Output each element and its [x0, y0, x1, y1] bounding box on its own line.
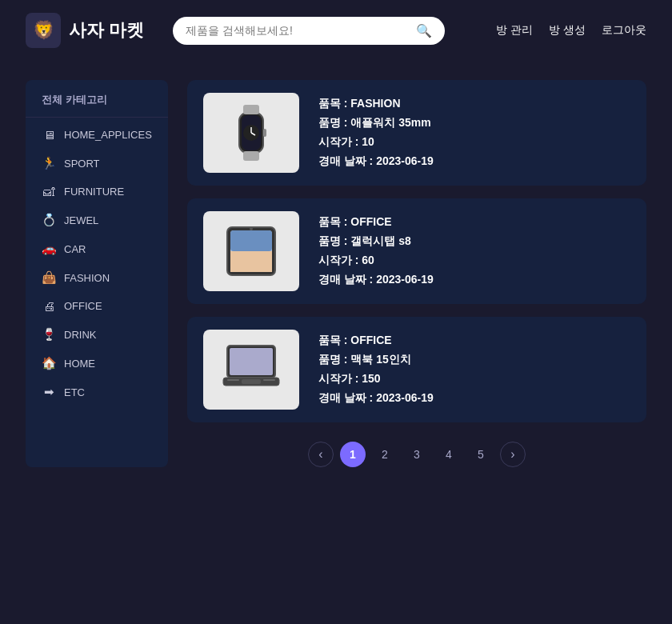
svg-rect-11 [230, 251, 272, 272]
product-price-2: 시작가 : 60 [318, 254, 434, 268]
product-card-2[interactable]: 품목 : OFFICE 품명 : 갤럭시탭 s8 시작가 : 60 경매 날짜 … [187, 198, 646, 304]
sidebar-item-drink[interactable]: 🍷 DRINK [26, 320, 168, 349]
svg-rect-2 [243, 105, 259, 114]
sidebar-label-home: HOME [64, 358, 95, 370]
logo-icon: 🦁 [26, 13, 61, 48]
pagination: ‹ 1 2 3 4 5 › [187, 442, 646, 467]
sidebar-item-etc[interactable]: ➡ ETC [26, 378, 168, 406]
sidebar-item-furniture[interactable]: 🛋 FURNITURE [26, 178, 168, 206]
header: 🦁 사자 마켓 🔍 방 관리 방 생성 로그아웃 [0, 0, 672, 61]
page-button-2[interactable]: 2 [372, 442, 398, 467]
product-info-3: 품목 : OFFICE 품명 : 맥북 15인치 시작가 : 150 경매 날짜… [318, 334, 434, 406]
sidebar-label-fashion: FASHION [64, 272, 110, 284]
product-price-1: 시작가 : 10 [318, 135, 434, 150]
nav-logout[interactable]: 로그아웃 [602, 23, 646, 38]
nav-room-create[interactable]: 방 생성 [549, 23, 586, 38]
svg-point-12 [250, 227, 253, 230]
sidebar-item-sport[interactable]: 🏃 SPORT [26, 149, 168, 178]
tablet-svg [219, 219, 283, 283]
furniture-icon: 🛋 [42, 185, 56, 198]
sidebar-label-etc: ETC [64, 386, 85, 398]
product-card-3[interactable]: 품목 : OFFICE 품명 : 맥북 15인치 시작가 : 150 경매 날짜… [187, 317, 646, 422]
svg-rect-3 [243, 151, 259, 161]
sidebar-label-furniture: FURNITURE [64, 186, 124, 198]
sidebar-label-car: CAR [64, 243, 86, 255]
sidebar-item-office[interactable]: 🖨 OFFICE [26, 292, 168, 320]
product-name-3: 품명 : 맥북 15인치 [318, 353, 434, 367]
prev-page-button[interactable]: ‹ [308, 442, 334, 467]
product-info-1: 품목 : FASHION 품명 : 애플워치 35mm 시작가 : 10 경매 … [318, 97, 434, 169]
logo-text: 사자 마켓 [69, 18, 144, 42]
sidebar-label-sport: SPORT [64, 158, 100, 170]
sidebar-item-home[interactable]: 🏠 HOME [26, 349, 168, 378]
page-button-3[interactable]: 3 [404, 442, 430, 467]
search-input[interactable] [186, 24, 416, 37]
sidebar-item-fashion[interactable]: 👜 FASHION [26, 263, 168, 292]
sidebar-label-drink: DRINK [64, 329, 96, 341]
fashion-icon: 👜 [42, 270, 56, 285]
product-image-1 [203, 93, 299, 173]
svg-rect-10 [230, 230, 272, 251]
main-nav: 방 관리 방 생성 로그아웃 [496, 23, 646, 38]
product-info-2: 품목 : OFFICE 품명 : 갤럭시탭 s8 시작가 : 60 경매 날짜 … [318, 215, 434, 287]
product-list: 품목 : FASHION 품명 : 애플워치 35mm 시작가 : 10 경매 … [187, 80, 646, 467]
product-date-3: 경매 날짜 : 2023-06-19 [318, 391, 434, 406]
product-image-3 [203, 330, 299, 410]
jewel-icon: 💍 [42, 213, 56, 227]
page-button-5[interactable]: 5 [468, 442, 494, 467]
sidebar-item-home-applices[interactable]: 🖥 HOME_APPLICES [26, 121, 168, 149]
sport-icon: 🏃 [42, 156, 56, 170]
etc-icon: ➡ [42, 385, 56, 399]
product-category-2: 품목 : OFFICE [318, 215, 434, 230]
svg-rect-16 [242, 379, 261, 384]
product-price-3: 시작가 : 150 [318, 372, 434, 386]
sidebar-title: 전체 카테고리 [26, 80, 168, 118]
office-icon: 🖨 [42, 299, 56, 313]
page-button-4[interactable]: 4 [436, 442, 462, 467]
sidebar-label-home-applices: HOME_APPLICES [64, 129, 152, 141]
logo-area: 🦁 사자 마켓 [26, 13, 154, 48]
watch-svg [219, 101, 283, 165]
svg-rect-17 [227, 379, 239, 381]
product-date-1: 경매 날짜 : 2023-06-19 [318, 154, 434, 169]
sidebar-item-car[interactable]: 🚗 CAR [26, 234, 168, 263]
laptop-svg [219, 338, 283, 402]
product-category-3: 품목 : OFFICE [318, 334, 434, 348]
product-name-2: 품명 : 갤럭시탭 s8 [318, 234, 434, 249]
page-button-1[interactable]: 1 [340, 442, 366, 467]
home-icon: 🏠 [42, 356, 56, 370]
product-category-1: 품목 : FASHION [318, 97, 434, 111]
sidebar-label-jewel: JEWEL [64, 214, 98, 226]
product-date-2: 경매 날짜 : 2023-06-19 [318, 273, 434, 287]
product-card-1[interactable]: 품목 : FASHION 품명 : 애플워치 35mm 시작가 : 10 경매 … [187, 80, 646, 186]
car-icon: 🚗 [42, 242, 56, 256]
product-name-1: 품명 : 애플워치 35mm [318, 116, 434, 130]
main-layout: 전체 카테고리 🖥 HOME_APPLICES 🏃 SPORT 🛋 FURNIT… [0, 61, 672, 486]
home-applices-icon: 🖥 [42, 128, 56, 142]
next-page-button[interactable]: › [500, 442, 526, 467]
drink-icon: 🍷 [42, 327, 56, 342]
svg-rect-18 [263, 379, 275, 381]
svg-rect-14 [230, 348, 273, 375]
sidebar-label-office: OFFICE [64, 300, 102, 312]
search-icon: 🔍 [416, 23, 432, 38]
nav-room-manage[interactable]: 방 관리 [496, 23, 533, 38]
sidebar: 전체 카테고리 🖥 HOME_APPLICES 🏃 SPORT 🛋 FURNIT… [26, 80, 168, 467]
product-image-2 [203, 211, 299, 291]
svg-rect-7 [263, 129, 266, 137]
sidebar-item-jewel[interactable]: 💍 JEWEL [26, 206, 168, 234]
search-bar[interactable]: 🔍 [173, 17, 445, 45]
